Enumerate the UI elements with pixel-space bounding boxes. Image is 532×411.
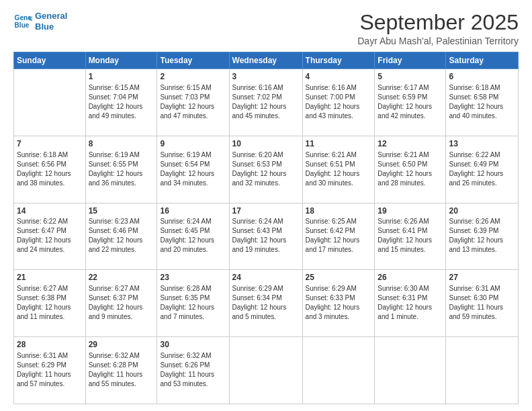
day-info-line: Daylight: 12 hours: [232, 303, 300, 312]
title-block: September 2025 Dayr Abu Mash'al, Palesti…: [357, 11, 519, 46]
day-info-line: and 26 minutes.: [449, 179, 515, 188]
calendar-cell: 18Sunrise: 6:25 AMSunset: 6:42 PMDayligh…: [302, 203, 375, 270]
day-info-line: Sunrise: 6:20 AM: [232, 150, 300, 160]
day-info-line: Daylight: 12 hours: [449, 102, 515, 111]
day-number: 1: [89, 71, 154, 83]
day-info-line: and 7 minutes.: [160, 312, 226, 322]
calendar-cell: [375, 337, 446, 404]
day-info-line: Sunrise: 6:31 AM: [17, 351, 83, 361]
day-info-line: Sunrise: 6:21 AM: [306, 150, 372, 160]
day-number: 5: [378, 71, 443, 83]
calendar-week-row: 1Sunrise: 6:15 AMSunset: 7:04 PMDaylight…: [14, 69, 519, 136]
day-number: 7: [17, 138, 83, 150]
day-number: 21: [17, 272, 83, 283]
day-number: 25: [306, 272, 372, 283]
day-info-line: and 34 minutes.: [160, 179, 226, 188]
day-info-line: and 40 minutes.: [449, 111, 515, 121]
calendar-cell: 19Sunrise: 6:26 AMSunset: 6:41 PMDayligh…: [375, 203, 446, 270]
day-info-line: Sunrise: 6:15 AM: [89, 83, 154, 93]
day-info-line: Sunset: 7:03 PM: [160, 93, 226, 102]
calendar-day-header: Tuesday: [157, 52, 229, 69]
day-number: 14: [17, 205, 83, 217]
day-number: 18: [306, 205, 372, 217]
day-info-line: Sunset: 6:46 PM: [89, 226, 154, 236]
day-number: 19: [378, 205, 443, 217]
day-info-line: Sunrise: 6:19 AM: [160, 150, 226, 160]
day-number: 6: [449, 71, 515, 83]
day-number: 20: [449, 205, 515, 217]
logo-icon: General Blue: [13, 12, 32, 31]
day-info-line: Sunset: 6:37 PM: [89, 293, 154, 303]
day-info-line: and 19 minutes.: [232, 245, 300, 255]
day-info-line: Sunrise: 6:16 AM: [232, 83, 300, 93]
day-info-line: Sunrise: 6:29 AM: [306, 284, 372, 293]
day-number: 16: [160, 205, 226, 217]
day-info-line: Sunrise: 6:19 AM: [89, 150, 154, 160]
day-number: 3: [232, 71, 300, 83]
day-info-line: Daylight: 12 hours: [232, 102, 300, 111]
page-subtitle: Dayr Abu Mash'al, Palestinian Territory: [357, 36, 519, 46]
day-info-line: Daylight: 12 hours: [232, 236, 300, 245]
calendar-day-header: Friday: [375, 52, 446, 69]
day-number: 10: [232, 138, 300, 150]
day-info-line: and 49 minutes.: [89, 111, 154, 121]
day-info-line: Sunset: 6:51 PM: [306, 160, 372, 169]
day-info-line: Sunrise: 6:32 AM: [89, 351, 154, 361]
calendar-cell: 10Sunrise: 6:20 AMSunset: 6:53 PMDayligh…: [229, 136, 302, 203]
day-info-line: Sunset: 6:53 PM: [232, 160, 300, 169]
day-info-line: Sunset: 6:34 PM: [232, 293, 300, 303]
day-info-line: and 42 minutes.: [378, 111, 443, 121]
calendar-cell: 28Sunrise: 6:31 AMSunset: 6:29 PMDayligh…: [14, 337, 86, 404]
day-number: 26: [378, 272, 443, 283]
day-info-line: Sunset: 7:00 PM: [306, 93, 372, 102]
calendar-day-header: Monday: [85, 52, 157, 69]
day-info-line: Sunset: 6:35 PM: [160, 293, 226, 303]
day-info-line: Sunset: 6:31 PM: [378, 293, 443, 303]
calendar-cell: 3Sunrise: 6:16 AMSunset: 7:02 PMDaylight…: [229, 69, 302, 136]
day-info-line: Sunrise: 6:17 AM: [378, 83, 443, 93]
calendar-cell: 30Sunrise: 6:32 AMSunset: 6:26 PMDayligh…: [157, 337, 229, 404]
day-info-line: Sunrise: 6:21 AM: [378, 150, 443, 160]
day-info-line: and 47 minutes.: [160, 111, 226, 121]
day-info-line: Sunset: 6:56 PM: [17, 160, 83, 169]
day-info-line: Sunrise: 6:23 AM: [89, 217, 154, 226]
calendar-cell: 13Sunrise: 6:22 AMSunset: 6:49 PMDayligh…: [446, 136, 519, 203]
day-info-line: Daylight: 12 hours: [160, 169, 226, 179]
day-info-line: Daylight: 12 hours: [378, 169, 443, 179]
day-info-line: Sunset: 6:29 PM: [17, 361, 83, 370]
day-info-line: Daylight: 12 hours: [17, 303, 83, 312]
day-info-line: Daylight: 12 hours: [449, 236, 515, 245]
day-info-line: Sunrise: 6:30 AM: [378, 284, 443, 293]
day-info-line: Daylight: 12 hours: [232, 169, 300, 179]
day-info-line: Daylight: 12 hours: [160, 102, 226, 111]
day-info-line: and 1 minute.: [378, 312, 443, 322]
calendar-cell: 15Sunrise: 6:23 AMSunset: 6:46 PMDayligh…: [85, 203, 157, 270]
day-number: 4: [306, 71, 372, 83]
day-info-line: and 32 minutes.: [232, 179, 300, 188]
calendar-cell: [229, 337, 302, 404]
calendar-table: SundayMondayTuesdayWednesdayThursdayFrid…: [13, 52, 519, 404]
day-info-line: Sunrise: 6:28 AM: [160, 284, 226, 293]
logo-line2: Blue: [35, 21, 67, 32]
calendar-cell: 9Sunrise: 6:19 AMSunset: 6:54 PMDaylight…: [157, 136, 229, 203]
day-info-line: and 36 minutes.: [89, 179, 154, 188]
day-info-line: Sunset: 7:02 PM: [232, 93, 300, 102]
calendar-cell: 24Sunrise: 6:29 AMSunset: 6:34 PMDayligh…: [229, 270, 302, 337]
day-info-line: and 11 minutes.: [17, 312, 83, 322]
calendar-day-header: Thursday: [302, 52, 375, 69]
day-number: 15: [89, 205, 154, 217]
day-info-line: Daylight: 12 hours: [306, 169, 372, 179]
calendar-cell: 20Sunrise: 6:26 AMSunset: 6:39 PMDayligh…: [446, 203, 519, 270]
day-info-line: and 53 minutes.: [160, 379, 226, 389]
calendar-day-header: Sunday: [14, 52, 86, 69]
day-info-line: Sunset: 6:41 PM: [378, 226, 443, 236]
day-info-line: Sunrise: 6:29 AM: [232, 284, 300, 293]
day-info-line: Sunset: 6:55 PM: [89, 160, 154, 169]
calendar-cell: 2Sunrise: 6:15 AMSunset: 7:03 PMDaylight…: [157, 69, 229, 136]
calendar-cell: [302, 337, 375, 404]
day-info-line: Sunrise: 6:22 AM: [449, 150, 515, 160]
day-info-line: and 9 minutes.: [89, 312, 154, 322]
calendar-cell: [14, 69, 86, 136]
day-info-line: Daylight: 12 hours: [89, 303, 154, 312]
calendar-cell: 17Sunrise: 6:24 AMSunset: 6:43 PMDayligh…: [229, 203, 302, 270]
